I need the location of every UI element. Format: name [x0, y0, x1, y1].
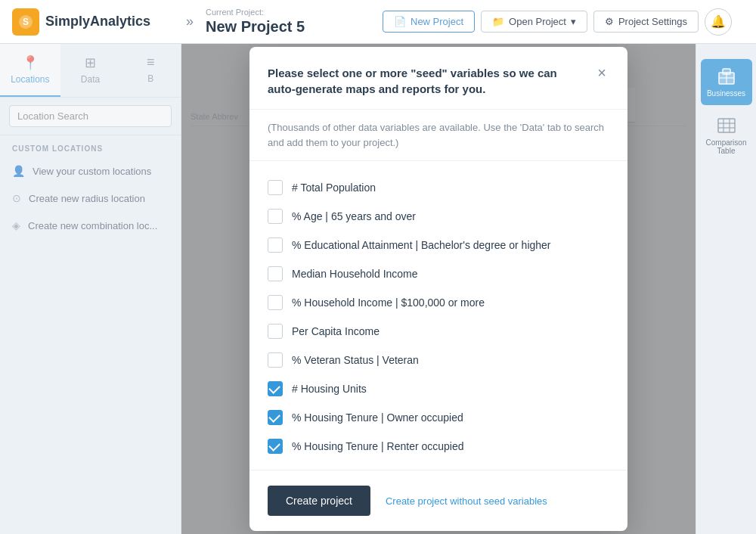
checkbox-label-median-hhi: Median Household Income [292, 268, 418, 280]
checkbox-age-65[interactable] [268, 209, 283, 224]
sidebar-tab-b[interactable]: ≡ B [120, 44, 181, 97]
checkbox-label-housing-tenure-owner: % Housing Tenure | Owner occupied [292, 411, 463, 424]
right-panel-views: Businesses Comparison Table [696, 51, 756, 170]
sidebar-tabs: 📍 Locations ⊞ Data ≡ B [0, 44, 181, 98]
checkbox-veteran[interactable] [268, 352, 283, 368]
checkbox-housing-units[interactable] [268, 381, 283, 396]
top-header: S SimplyAnalytics » Current Project: New… [0, 0, 756, 44]
modal-subtitle: (Thousands of other data variables are a… [249, 110, 627, 161]
search-input[interactable] [9, 105, 172, 127]
create-project-no-seed-link[interactable]: Create project without seed variables [386, 495, 547, 507]
logo-text: SimplyAnalytics [45, 14, 150, 29]
project-info: Current Project: New Project 5 [206, 8, 305, 36]
checkbox-label-total-pop: # Total Population [292, 182, 376, 194]
checkbox-label-housing-units: # Housing Units [292, 383, 367, 395]
checkbox-item-housing-tenure-owner[interactable]: % Housing Tenure | Owner occupied [268, 403, 609, 432]
collapse-sidebar-icon[interactable]: » [186, 14, 194, 29]
list-icon: ≡ [147, 54, 155, 70]
businesses-view-button[interactable]: Businesses [701, 59, 752, 105]
checkbox-item-per-capita[interactable]: Per Capita Income [268, 317, 609, 346]
open-project-button[interactable]: 📁 Open Project ▾ [481, 11, 587, 33]
sidebar-search-area [0, 98, 181, 135]
open-project-icon: 📁 [492, 16, 504, 27]
modal-footer: Create project Create project without se… [249, 470, 627, 531]
checkbox-item-hhi-100k[interactable]: % Household Income | $100,000 or more [268, 288, 609, 317]
combination-icon: ◈ [12, 219, 20, 231]
checkbox-label-per-capita: Per Capita Income [292, 325, 380, 337]
checkbox-per-capita[interactable] [268, 324, 283, 339]
radius-icon: ⊙ [12, 192, 21, 204]
seed-variables-modal: Please select one or more "seed" variabl… [249, 47, 627, 531]
modal-close-button[interactable]: × [594, 65, 609, 80]
checkbox-edu-bach[interactable] [268, 238, 283, 253]
location-pin-icon: 📍 [22, 54, 39, 71]
project-settings-button[interactable]: ⚙ Project Settings [593, 11, 699, 33]
checkbox-item-total-pop[interactable]: # Total Population [268, 173, 609, 202]
sidebar: 📍 Locations ⊞ Data ≡ B CUSTOM LOCATIONS … [0, 44, 181, 534]
project-name: New Project 5 [206, 18, 305, 36]
checkbox-item-age-65[interactable]: % Age | 65 years and over [268, 202, 609, 231]
comparison-table-view-button[interactable]: Comparison Table [701, 108, 752, 163]
chevron-down-icon: ▾ [571, 16, 576, 27]
checkbox-housing-tenure-renter[interactable] [268, 439, 283, 454]
notifications-button[interactable]: 🔔 [705, 8, 732, 36]
person-icon: 👤 [12, 165, 25, 177]
checkbox-item-housing-tenure-renter[interactable]: % Housing Tenure | Renter occupied [268, 432, 609, 461]
right-panel: Businesses Comparison Table [696, 44, 756, 534]
create-project-button[interactable]: Create project [268, 486, 370, 516]
checkbox-item-edu-bach[interactable]: % Educational Attainment | Bachelor's de… [268, 231, 609, 259]
new-project-button[interactable]: 📄 New Project [383, 11, 475, 33]
checkbox-item-veteran[interactable]: % Veteran Status | Veteran [268, 346, 609, 374]
checkbox-housing-tenure-owner[interactable] [268, 410, 283, 425]
checkbox-label-housing-tenure-renter: % Housing Tenure | Renter occupied [292, 440, 464, 452]
sidebar-tab-locations[interactable]: 📍 Locations [0, 44, 60, 97]
logo-icon: S [12, 8, 39, 36]
checkbox-label-age-65: % Age | 65 years and over [292, 210, 416, 222]
svg-text:S: S [23, 17, 29, 27]
svg-rect-6 [718, 119, 735, 132]
checkbox-hhi-100k[interactable] [268, 295, 283, 310]
checkbox-label-veteran: % Veteran Status | Veteran [292, 354, 419, 366]
modal-overlay: Please select one or more "seed" variabl… [181, 44, 696, 534]
header-main: Current Project: New Project 5 📄 New Pro… [194, 8, 744, 36]
modal-header: Please select one or more "seed" variabl… [249, 47, 627, 110]
sidebar-item-view-custom[interactable]: 👤 View your custom locations [0, 157, 181, 185]
content-area: View Actions ▾ Export ⬆ New View + Pleas… [181, 44, 696, 534]
checkbox-label-edu-bach: % Educational Attainment | Bachelor's de… [292, 239, 551, 251]
new-project-icon: 📄 [394, 16, 406, 27]
checkbox-total-pop[interactable] [268, 180, 283, 195]
main-layout: 📍 Locations ⊞ Data ≡ B CUSTOM LOCATIONS … [0, 44, 756, 534]
checkbox-median-hhi[interactable] [268, 266, 283, 281]
custom-locations-section-title: CUSTOM LOCATIONS [0, 135, 181, 157]
current-project-label: Current Project: [206, 8, 305, 17]
sidebar-item-create-combination[interactable]: ◈ Create new combination loc... [0, 212, 181, 239]
header-actions: 📄 New Project 📁 Open Project ▾ ⚙ Project… [383, 8, 732, 36]
checkbox-label-hhi-100k: % Household Income | $100,000 or more [292, 296, 485, 309]
grid-icon: ⊞ [85, 54, 96, 71]
sidebar-item-create-radius[interactable]: ⊙ Create new radius location [0, 185, 181, 212]
checkbox-item-median-hhi[interactable]: Median Household Income [268, 259, 609, 288]
sidebar-tab-data[interactable]: ⊞ Data [60, 44, 121, 97]
checkbox-item-housing-units[interactable]: # Housing Units [268, 374, 609, 403]
logo-area: S SimplyAnalytics » [12, 8, 194, 36]
settings-icon: ⚙ [605, 16, 614, 27]
modal-title: Please select one or more "seed" variabl… [268, 65, 585, 97]
modal-body: # Total Population% Age | 65 years and o… [249, 161, 627, 470]
